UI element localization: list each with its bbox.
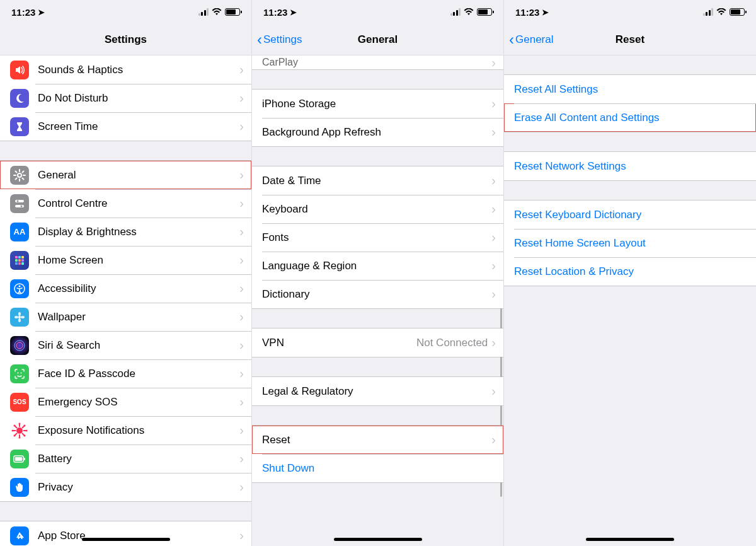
siri-icon (10, 336, 29, 355)
row-keyboard[interactable]: Keyboard › (252, 195, 503, 223)
svg-point-19 (14, 316, 18, 318)
row-accessibility[interactable]: Accessibility › (0, 274, 251, 303)
home-indicator[interactable] (586, 538, 674, 541)
row-label: Screen Time (38, 120, 239, 133)
flower-icon (10, 308, 29, 327)
chevron-right-icon: › (239, 224, 244, 239)
row-label: Face ID & Passcode (38, 368, 239, 380)
face-icon (10, 364, 29, 383)
chevron-right-icon: › (491, 384, 496, 398)
row-shut-down[interactable]: Shut Down (252, 454, 503, 482)
chevron-right-icon: › (239, 310, 244, 324)
hand-icon (10, 478, 29, 497)
row-label: Privacy (38, 481, 239, 494)
row-label: Shut Down (262, 462, 503, 475)
row-display[interactable]: AA Display & Brightness › (0, 218, 251, 246)
row-vpn[interactable]: VPN Not Connected › (252, 328, 503, 357)
row-iphone-storage[interactable]: iPhone Storage › (252, 90, 503, 118)
svg-rect-7 (21, 256, 24, 258)
row-sos[interactable]: SOS Emergency SOS › (0, 388, 251, 416)
row-reset-location-privacy[interactable]: Reset Location & Privacy (504, 257, 756, 286)
chevron-left-icon: ‹ (509, 32, 514, 47)
svg-point-0 (18, 173, 21, 177)
battery-icon (10, 450, 29, 468)
home-indicator[interactable] (82, 538, 170, 541)
row-screentime[interactable]: Screen Time › (0, 112, 251, 141)
svg-rect-12 (18, 262, 21, 265)
row-label: iPhone Storage (262, 98, 491, 110)
row-faceid[interactable]: Face ID & Passcode › (0, 359, 251, 388)
row-label: Display & Brightness (38, 226, 239, 238)
row-general[interactable]: General › (0, 161, 251, 189)
row-language-region[interactable]: Language & Region › (252, 252, 503, 280)
svg-rect-9 (18, 259, 21, 262)
chevron-right-icon: › (491, 96, 496, 111)
chevron-right-icon: › (239, 91, 244, 105)
wifi-icon (464, 8, 474, 16)
chevron-right-icon: › (239, 366, 244, 381)
row-exposure[interactable]: Exposure Notifications › (0, 416, 251, 444)
back-button[interactable]: ‹ General (509, 24, 553, 55)
aa-icon: AA (10, 223, 29, 241)
row-legal[interactable]: Legal & Regulatory › (252, 377, 503, 405)
svg-point-23 (18, 372, 19, 373)
svg-point-25 (16, 427, 23, 434)
svg-rect-2 (15, 205, 24, 207)
grid-icon (10, 251, 29, 270)
page-title: General (358, 33, 398, 46)
svg-point-37 (26, 429, 28, 431)
row-fonts[interactable]: Fonts › (252, 223, 503, 252)
chevron-right-icon: › (239, 528, 244, 543)
row-control-centre[interactable]: Control Centre › (0, 189, 251, 218)
row-dictionary[interactable]: Dictionary › (252, 280, 503, 308)
row-home-screen[interactable]: Home Screen › (0, 246, 251, 274)
row-reset[interactable]: Reset › (252, 426, 503, 454)
location-icon: ➤ (38, 8, 45, 17)
battery-icon (730, 8, 745, 16)
chevron-right-icon: › (239, 451, 244, 466)
row-reset-keyboard-dict[interactable]: Reset Keyboard Dictionary (504, 200, 756, 229)
svg-rect-1 (15, 200, 24, 202)
back-button[interactable]: ‹ Settings (257, 24, 302, 55)
row-label: Emergency SOS (38, 396, 239, 409)
svg-point-40 (14, 434, 16, 436)
row-label: Exposure Notifications (38, 424, 239, 437)
chevron-right-icon: › (491, 202, 496, 216)
row-wallpaper[interactable]: Wallpaper › (0, 303, 251, 331)
appstore-icon (10, 526, 29, 545)
row-label: Legal & Regulatory (262, 385, 491, 398)
row-dnd[interactable]: Do Not Disturb › (0, 84, 251, 112)
row-reset-network[interactable]: Reset Network Settings (504, 152, 756, 180)
navbar: ‹ Settings General (252, 24, 503, 55)
navbar: Settings (0, 24, 251, 55)
screen-settings: 11:23 ➤ Settings (0, 0, 252, 546)
row-erase-all[interactable]: Erase All Content and Settings (504, 103, 756, 132)
row-label: Do Not Disturb (38, 92, 239, 105)
row-label: Wallpaper (38, 311, 239, 323)
row-privacy[interactable]: Privacy › (0, 473, 251, 501)
svg-point-21 (14, 340, 25, 351)
svg-point-38 (14, 424, 16, 426)
row-sounds[interactable]: Sounds & Haptics › (0, 55, 251, 84)
chevron-right-icon: › (491, 230, 496, 245)
person-icon (10, 279, 29, 298)
row-reset-home-layout[interactable]: Reset Home Screen Layout (504, 229, 756, 257)
chevron-right-icon: › (491, 335, 496, 350)
row-label: Reset All Settings (514, 83, 756, 96)
row-label: Reset (262, 434, 491, 446)
location-icon: ➤ (290, 8, 297, 17)
row-carplay[interactable]: CarPlay › (252, 55, 503, 69)
row-bg-app-refresh[interactable]: Background App Refresh › (252, 118, 503, 146)
row-reset-all-settings[interactable]: Reset All Settings (504, 75, 756, 103)
chevron-right-icon: › (491, 173, 496, 188)
svg-point-16 (18, 316, 21, 318)
row-appstore[interactable]: App Store › (0, 521, 251, 546)
chevron-right-icon: › (239, 423, 244, 438)
chevron-right-icon: › (491, 258, 496, 273)
status-time: 11:23 ➤ (515, 7, 549, 18)
row-battery[interactable]: Battery › (0, 444, 251, 473)
row-date-time[interactable]: Date & Time › (252, 166, 503, 195)
row-siri[interactable]: Siri & Search › (0, 331, 251, 359)
row-label: Reset Network Settings (514, 160, 756, 173)
home-indicator[interactable] (334, 538, 422, 541)
